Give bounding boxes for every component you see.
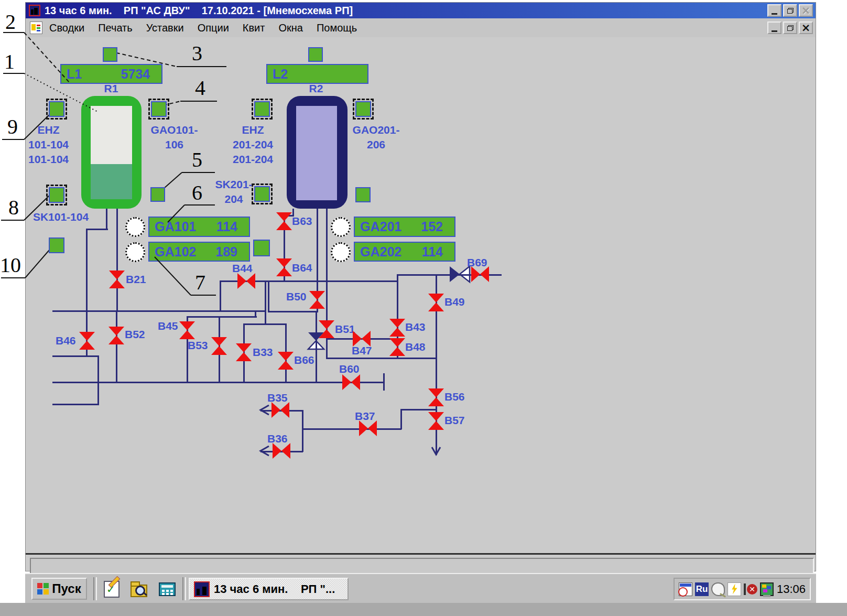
schematic-label: EHZ 101-104 101-104 [21,123,76,167]
valve-label: B21 [126,273,146,286]
valve-label: B48 [405,341,426,353]
pipe-segment [187,316,257,318]
keypad-icon [159,582,176,596]
callout-number: 2 [5,12,16,33]
task-button-mnemoscheme[interactable]: 13 час 6 мин. РП "... [189,578,349,600]
quicklaunch-keypad-button[interactable] [157,579,177,599]
callout-number: 8 [8,197,19,218]
valve-b53[interactable] [211,337,227,355]
scheduler-clock-icon[interactable] [679,582,692,596]
valve-triangle [428,412,444,421]
pipe-segment [265,280,266,325]
quicklaunch-notepad-button[interactable]: ✓ [102,579,122,599]
indicator-square [355,101,371,117]
schematic-label: SK101-104 [29,210,93,224]
schematic-label: R1 [100,81,123,96]
valve-b48[interactable] [389,338,405,356]
valve-b44[interactable] [237,273,255,289]
valve-b63[interactable] [276,212,292,230]
alert-icon[interactable]: ✕ [744,582,757,596]
valve-b46[interactable] [79,332,95,350]
indicator-square [151,101,167,117]
valve-triangle [109,279,125,288]
mouse-settings-icon[interactable] [711,582,725,596]
valve-triangle [179,330,195,339]
valve-b21[interactable] [109,271,125,288]
indicator-square[interactable] [49,237,64,253]
valve-b52[interactable] [108,327,124,344]
pipe-segment [97,355,99,405]
power-lightning-icon[interactable] [727,582,741,596]
screen-bottom-strip [0,603,847,616]
valve-label: B49 [444,296,465,308]
start-button[interactable]: Пуск [31,578,87,600]
indicator-square[interactable] [253,240,270,256]
valve-triangle [236,343,252,352]
valve-triangle [368,420,377,436]
valve-triangle [278,361,294,370]
valve-label: B53 [188,339,208,352]
callout-number: 5 [192,149,202,170]
valve-triangle [428,388,444,397]
valve-label: B45 [158,320,178,332]
callout-number: 4 [195,78,205,99]
valve-b57[interactable] [428,412,444,430]
pipe-segment [326,358,437,359]
valve-triangle [351,374,360,390]
pipe-segment [268,280,269,312]
valve-b36[interactable] [273,443,290,459]
indicator-square[interactable] [103,47,117,62]
valve-b64[interactable] [276,258,292,276]
valve-b37[interactable] [359,420,377,436]
pipe-segment [268,311,318,312]
valve-b66[interactable] [278,352,294,370]
pump-indicator-circle[interactable] [125,242,145,262]
valve-b49[interactable] [428,294,444,311]
valve-label: B33 [253,346,273,359]
pipe-segment [255,310,256,317]
valve-label: B51 [335,323,355,336]
display-settings-icon[interactable] [760,582,774,596]
valve-label: B35 [267,392,288,404]
valve-triangle [278,352,294,361]
notepad-pencil-icon: ✓ [104,581,120,598]
quicklaunch-search-button[interactable] [129,579,149,599]
task-label: 13 час 6 мин. РП "... [214,582,335,596]
indicator-square-selected[interactable] [252,99,273,120]
pump-indicator-circle[interactable] [331,242,351,262]
valve-b45[interactable] [179,321,195,339]
valve-triangle [389,347,405,356]
language-indicator[interactable]: Ru [695,582,709,596]
indicator-square-selected[interactable] [148,99,169,120]
valve-label: B43 [405,321,426,333]
valve-triangle [389,319,405,328]
schematic-label: R2 [305,81,328,96]
valve-b56[interactable] [428,388,444,406]
callout-number: 9 [7,116,18,137]
valve-b35[interactable] [272,402,289,418]
indicator-square-selected[interactable] [353,99,374,120]
callout-line [24,33,70,83]
tray-clock: 13:06 [777,582,806,596]
valve-b51[interactable] [319,320,334,338]
valve-triangle [428,397,444,406]
pump-indicator-circle[interactable] [125,217,145,237]
indicator-square[interactable] [355,187,371,202]
valve-label: B60 [339,363,360,375]
indicator-square[interactable] [150,187,165,202]
callout-number: 3 [192,43,202,64]
indicator-square-selected[interactable] [46,185,67,206]
callout-number: 7 [195,272,205,293]
indicator-square[interactable] [308,47,323,62]
valve-label: B66 [294,354,314,366]
valve-b60[interactable] [342,374,360,390]
valve-triangle [276,267,292,276]
valve-label: B46 [56,334,76,347]
valve-triangle [276,221,292,230]
valve-triangle [273,443,281,459]
pump-indicator-circle[interactable] [331,217,351,237]
valve-b33[interactable] [236,343,252,361]
valve-b43[interactable] [389,319,405,337]
indicator-square-selected[interactable] [46,99,67,120]
valve-b50[interactable] [309,291,325,309]
